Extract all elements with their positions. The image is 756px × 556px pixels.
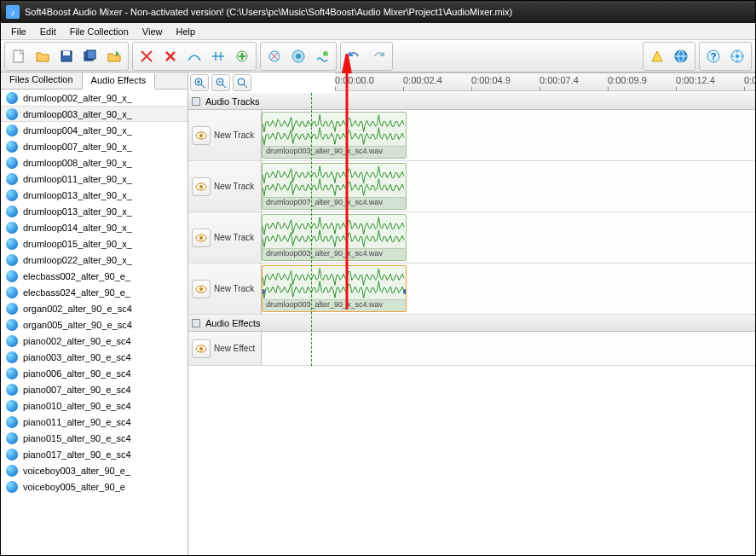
cut-button[interactable]: [135, 44, 159, 68]
file-item[interactable]: drumloop022_alter_90_x_: [1, 252, 188, 268]
file-item[interactable]: organ002_alter_90_e_sc4: [1, 300, 188, 316]
ruler-mark: 0:00:14.9: [744, 75, 755, 85]
file-item[interactable]: piano002_alter_90_e_sc4: [1, 333, 188, 349]
audio-file-icon: [6, 335, 18, 347]
file-item[interactable]: drumloop008_alter_90_x_: [1, 154, 188, 171]
file-item[interactable]: drumloop004_alter_90_x_: [1, 122, 188, 138]
track-body[interactable]: drumloop007_alter_90_x_sc4.wav: [262, 161, 755, 211]
eye-icon[interactable]: [192, 229, 211, 247]
audio-file-icon: [6, 222, 18, 234]
audio-clip[interactable]: drumloop007_alter_90_x_sc4.wav: [262, 163, 407, 210]
audio-file-icon: [6, 400, 18, 412]
playhead[interactable]: [311, 93, 312, 366]
tool-a-button[interactable]: [263, 44, 286, 68]
eye-icon[interactable]: [192, 177, 211, 196]
tab-audio-effects[interactable]: Audio Effects: [83, 73, 156, 90]
file-item[interactable]: voiceboy003_alter_90_e_: [1, 462, 188, 478]
tool-b-button[interactable]: [286, 44, 310, 68]
file-item[interactable]: piano011_alter_90_e_sc4: [1, 414, 188, 430]
save-button[interactable]: [55, 44, 78, 68]
redo-button[interactable]: [366, 44, 390, 68]
file-list[interactable]: drumloop002_alter_90_x_drumloop003_alter…: [1, 90, 188, 555]
audio-clip[interactable]: drumloop003_alter_90_x_sc4.wav: [262, 214, 407, 261]
zoom-fit-button[interactable]: [233, 74, 251, 91]
normalize-button[interactable]: [206, 44, 230, 68]
file-name: drumloop011_alter_90_x_: [23, 174, 132, 184]
undo-button[interactable]: [343, 44, 366, 68]
file-item[interactable]: elecbass024_alter_90_e_: [1, 284, 188, 300]
menu-file[interactable]: File: [4, 25, 33, 38]
file-item[interactable]: drumloop013_alter_90_x_: [1, 187, 188, 203]
audio-clip[interactable]: drumloop003_alter_90_x_sc4.wav: [262, 112, 407, 159]
menu-edit[interactable]: Edit: [33, 25, 63, 38]
upgrade-button[interactable]: [645, 44, 669, 68]
audio-file-icon: [6, 270, 18, 282]
audio-file-icon: [6, 416, 18, 428]
ruler-mark: 0:00:12.4: [676, 75, 715, 85]
effect-track-body[interactable]: [262, 332, 755, 365]
file-item[interactable]: drumloop013_alter_90_x_: [1, 203, 188, 219]
audio-file-icon: [6, 92, 18, 104]
file-item[interactable]: organ005_alter_90_e_sc4: [1, 316, 188, 333]
track-body[interactable]: drumloop003_alter_90_x_sc4.wav: [262, 212, 755, 263]
about-button[interactable]: [725, 44, 749, 68]
file-item[interactable]: drumloop015_alter_90_x_: [1, 235, 188, 252]
track-header[interactable]: New Track: [188, 264, 262, 314]
web-button[interactable]: [669, 44, 693, 68]
menu-file-collection[interactable]: File Collection: [63, 25, 136, 38]
fade-button[interactable]: [182, 44, 206, 68]
file-item[interactable]: drumloop011_alter_90_x_: [1, 171, 188, 187]
eye-icon[interactable]: [192, 126, 211, 145]
audio-file-icon: [6, 465, 18, 477]
tool-c-button[interactable]: [310, 44, 334, 68]
audio-file-icon: [6, 254, 18, 266]
track-header[interactable]: New Track: [188, 161, 262, 211]
svg-point-9: [323, 51, 328, 56]
audio-effects-header[interactable]: Audio Effects: [188, 315, 755, 332]
track-header[interactable]: New Track: [188, 212, 262, 263]
file-item[interactable]: piano017_alter_90_e_sc4: [1, 446, 188, 462]
export-button[interactable]: [102, 44, 126, 68]
file-item[interactable]: piano003_alter_90_e_sc4: [1, 349, 188, 365]
effect-track-header[interactable]: New Effect: [188, 332, 262, 365]
file-item[interactable]: piano007_alter_90_e_sc4: [1, 381, 188, 397]
eye-icon[interactable]: [192, 280, 211, 298]
file-item[interactable]: piano015_alter_90_e_sc4: [1, 430, 188, 446]
file-item[interactable]: voiceboy005_alter_90_e: [1, 478, 188, 495]
file-item[interactable]: drumloop007_alter_90_x_: [1, 138, 188, 154]
add-effect-button[interactable]: [230, 44, 254, 68]
new-file-button[interactable]: [7, 44, 31, 68]
effect-track-name: New Effect: [214, 344, 255, 353]
tab-files-collection[interactable]: Files Collection: [1, 72, 83, 89]
zoom-out-button[interactable]: [211, 74, 230, 91]
file-item[interactable]: drumloop014_alter_90_x_: [1, 219, 188, 235]
eye-icon[interactable]: [192, 339, 211, 358]
delete-button[interactable]: [159, 44, 182, 68]
track-body[interactable]: drumloop003_alter_90_x_sc4.wav: [262, 110, 755, 160]
file-name: drumloop008_alter_90_x_: [23, 158, 132, 168]
save-all-button[interactable]: [78, 44, 102, 68]
file-item[interactable]: drumloop002_alter_90_x_: [1, 90, 188, 106]
window-title: Soft4Boost Audio Mixer - Non-activated v…: [25, 7, 512, 17]
svg-point-26: [199, 287, 203, 291]
open-file-button[interactable]: [31, 44, 55, 68]
file-item[interactable]: elecbass002_alter_90_e_: [1, 268, 188, 284]
audio-clip[interactable]: drumloop003_alter_90_x_sc4.wav: [262, 265, 407, 312]
ruler-mark: 0:00:04.9: [471, 75, 511, 85]
clip-label: drumloop003_alter_90_x_sc4.wav: [263, 299, 406, 311]
help-button[interactable]: ?: [701, 44, 725, 68]
menu-view[interactable]: View: [136, 25, 170, 38]
ruler-mark: 0:00:07.4: [540, 75, 579, 85]
file-item[interactable]: drumloop003_alter_90_x_: [1, 106, 188, 122]
zoom-in-button[interactable]: [190, 74, 209, 91]
audio-file-icon: [6, 141, 18, 153]
menu-help[interactable]: Help: [169, 25, 202, 38]
track-body[interactable]: drumloop003_alter_90_x_sc4.wav: [262, 264, 755, 314]
time-ruler[interactable]: 0:00:00.00:00:02.40:00:04.90:00:07.40:00…: [335, 72, 755, 91]
track-header[interactable]: New Track: [188, 110, 262, 160]
audio-tracks-header[interactable]: Audio Tracks: [188, 93, 755, 110]
svg-point-28: [199, 347, 203, 350]
file-item[interactable]: piano010_alter_90_e_sc4: [1, 397, 188, 414]
audio-file-icon: [6, 125, 18, 136]
file-item[interactable]: piano006_alter_90_e_sc4: [1, 365, 188, 381]
